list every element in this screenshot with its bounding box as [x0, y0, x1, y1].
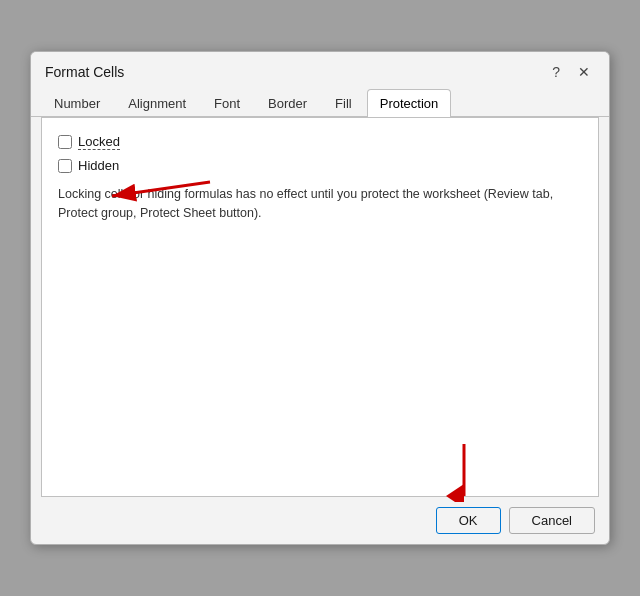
close-button[interactable]: ✕ — [573, 62, 595, 82]
tab-number[interactable]: Number — [41, 89, 113, 117]
hidden-checkbox[interactable] — [58, 159, 72, 173]
cancel-button[interactable]: Cancel — [509, 507, 595, 534]
tab-border[interactable]: Border — [255, 89, 320, 117]
locked-label: Locked — [78, 134, 120, 150]
tab-content: Locked Hidden Locking cells or hiding fo… — [41, 117, 599, 497]
hidden-label: Hidden — [78, 158, 119, 173]
dialog-footer: OK Cancel — [31, 497, 609, 544]
dialog-title: Format Cells — [45, 64, 124, 80]
tab-bar: Number Alignment Font Border Fill Protec… — [31, 88, 609, 117]
tab-font[interactable]: Font — [201, 89, 253, 117]
tab-alignment[interactable]: Alignment — [115, 89, 199, 117]
help-button[interactable]: ? — [547, 62, 565, 82]
hidden-row: Hidden — [58, 158, 582, 173]
description-text: Locking cells or hiding formulas has no … — [58, 185, 582, 223]
title-controls: ? ✕ — [547, 62, 595, 82]
tab-fill[interactable]: Fill — [322, 89, 365, 117]
locked-row: Locked — [58, 134, 582, 150]
format-cells-dialog: Format Cells ? ✕ Number Alignment Font B… — [30, 51, 610, 545]
ok-button[interactable]: OK — [436, 507, 501, 534]
title-bar: Format Cells ? ✕ — [31, 52, 609, 88]
locked-checkbox[interactable] — [58, 135, 72, 149]
tab-protection[interactable]: Protection — [367, 89, 452, 117]
